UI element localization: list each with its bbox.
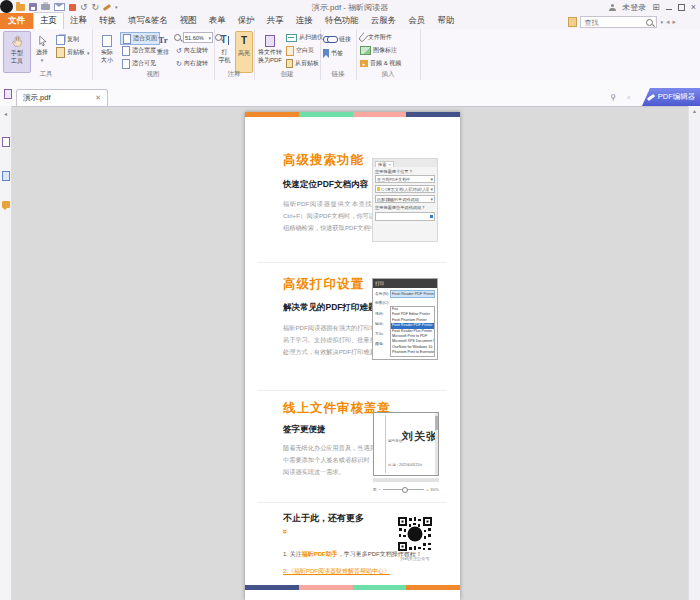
reflow-icon: Tr	[158, 33, 167, 48]
document-tab-title: 演示.pdf	[23, 93, 51, 103]
hand-tool-button[interactable]: 手型 工具	[3, 31, 31, 73]
stamp-icon[interactable]	[69, 4, 76, 11]
printer-row: Microsoft XPS Document Writer	[391, 339, 434, 344]
read-mode-icon[interactable]: ▫	[627, 93, 630, 102]
help-center-link[interactable]: 2.《福昕PDF阅读器疑难解答帮助中心》	[283, 568, 390, 574]
tab-share[interactable]: 共享	[261, 13, 290, 29]
image-annotation-button[interactable]: 图像标注	[360, 45, 397, 56]
slider-knob	[402, 487, 408, 493]
app-logo-icon[interactable]	[0, 0, 13, 13]
ribbon-group-insert: 文件附件 图像标注 ▸ 音频 & 视频 插入	[356, 29, 421, 80]
tab-help[interactable]: 帮助	[431, 13, 460, 29]
hand-mode-icon[interactable]: ⚲	[610, 93, 616, 102]
file-attachment-button[interactable]: 文件附件	[360, 32, 392, 43]
panel-close-icon: ×	[388, 162, 390, 167]
quick-access-dropdown-icon[interactable]: ▾	[115, 4, 118, 10]
typewriter-button[interactable]: T 打 字机	[216, 31, 233, 71]
start-page-icon[interactable]	[4, 85, 12, 103]
tab-home[interactable]: 主页	[33, 12, 64, 29]
tab-connect[interactable]: 连接	[290, 13, 319, 29]
ribbon-group-link: 链接 书签 链接	[320, 29, 357, 80]
panel-search-input	[375, 212, 435, 221]
convert-to-pdf-button[interactable]: 将文件转 换为PDF	[256, 31, 284, 71]
pdf-editor-button[interactable]: PDF编辑器	[642, 88, 700, 106]
fit-visible-button[interactable]: 适合可见	[120, 58, 158, 69]
audio-video-button[interactable]: ▸ 音频 & 视频	[360, 58, 401, 69]
vertical-scrollbar[interactable]: ▴	[688, 106, 700, 600]
tab-convert[interactable]: 转换	[93, 13, 122, 29]
pages-panel-icon[interactable]	[2, 167, 10, 185]
collapse-panel-icon[interactable]: ◂	[4, 110, 7, 117]
ribbon-group-tools: 手型 工具 选择 ▾ 复制 剪贴板 ▾ 工具	[0, 29, 93, 80]
qr-caption: 扫码关注公众号	[393, 556, 437, 561]
highlight-button[interactable]: T 高亮	[235, 31, 253, 73]
link-button[interactable]: 链接	[323, 34, 351, 45]
layout-grid-icon[interactable]: ⊞	[652, 3, 660, 12]
redo-icon[interactable]: ↻	[92, 3, 100, 12]
account-status[interactable]: 未登录	[622, 2, 646, 13]
select-dropdown-icon: ▾	[41, 57, 44, 63]
section1-heading: 高级搜索功能	[283, 152, 364, 169]
open-folder-icon[interactable]	[16, 4, 25, 11]
comments-panel-icon[interactable]	[2, 201, 10, 208]
document-tab[interactable]: 演示.pdf ✕	[16, 89, 108, 106]
restore-button[interactable]	[678, 4, 685, 11]
user-icon[interactable]	[609, 4, 616, 11]
panel-question1: 您要搜索哪个位置？	[375, 169, 435, 174]
copy-button[interactable]: 复制	[56, 34, 79, 45]
audio-video-icon: ▸	[360, 60, 368, 67]
close-button[interactable]: ×	[691, 2, 696, 12]
zoom-out-icon[interactable]	[174, 34, 181, 41]
search-icon[interactable]	[646, 19, 653, 26]
tab-member[interactable]: 会员	[402, 13, 431, 29]
group-label-link: 链接	[320, 70, 356, 79]
clipboard-dropdown-icon: ▾	[87, 50, 90, 56]
tab-fill-sign[interactable]: 填写&签名	[122, 13, 174, 29]
blank-page-icon	[286, 46, 294, 56]
fit-width-button[interactable]: 适合宽度	[120, 45, 158, 56]
pen-tool-icon[interactable]	[103, 3, 111, 10]
tab-comment[interactable]: 注释	[64, 13, 93, 29]
bookmarks-panel-icon[interactable]	[2, 133, 10, 151]
scroll-up-icon[interactable]: ▴	[689, 106, 700, 116]
tab-close-icon[interactable]: ✕	[95, 94, 101, 102]
actual-size-icon	[102, 33, 112, 48]
rotate-right-button[interactable]: ↻ 向右旋转	[176, 58, 208, 69]
tab-cloud[interactable]: 云服务	[365, 13, 403, 29]
tab-view[interactable]: 视图	[174, 13, 203, 29]
bookmark-button[interactable]: 书签	[323, 48, 343, 59]
editor-pen-icon	[647, 93, 655, 100]
ribbon-group-comment: T 打 字机 T 高亮 注释	[214, 29, 255, 80]
actual-size-button[interactable]: 实际 大小	[96, 31, 118, 71]
clipboard-button[interactable]: 剪贴板 ▾	[56, 47, 90, 58]
panel-question2: 您要搜索哪些单词或词组？	[375, 205, 435, 210]
search-doc-icon[interactable]	[568, 17, 577, 27]
select-tool-button[interactable]: 选择 ▾	[31, 31, 53, 71]
assistant-highlight: 福昕PDF助手	[302, 551, 338, 557]
print-icon[interactable]	[41, 4, 50, 10]
tab-protect[interactable]: 保护	[232, 13, 261, 29]
find-prev-icon[interactable]: ◂	[666, 18, 670, 26]
image-annotation-icon	[360, 46, 371, 55]
find-next-icon[interactable]: ▸	[672, 18, 676, 26]
rotate-left-button[interactable]: ↺ 向左旋转	[176, 45, 208, 56]
minimize-button[interactable]	[666, 9, 672, 10]
from-clipboard-button[interactable]: 从剪贴板	[286, 58, 319, 69]
cursor-icon	[37, 33, 48, 48]
blank-page-button[interactable]: 空白页	[286, 45, 314, 56]
find-options-icon[interactable]: ▾	[660, 19, 663, 25]
tab-features[interactable]: 特色功能	[319, 13, 365, 29]
reflow-button[interactable]: Tr 重排	[154, 31, 172, 71]
shot-hscrollbar	[373, 478, 439, 482]
tab-file[interactable]: 文件	[0, 13, 33, 29]
zoom-level-combo[interactable]: 51.60% ▾	[183, 32, 213, 43]
mail-icon[interactable]	[54, 3, 65, 11]
print-dialog-title: 打印	[373, 279, 437, 288]
from-scanner-button[interactable]: 从扫描仪	[286, 32, 323, 43]
ribbon-tab-bar: 文件 主页 注释 转换 填写&签名 视图 表单 保护 共享 连接 特色功能 云服…	[0, 14, 700, 29]
undo-icon[interactable]: ↺	[80, 3, 88, 12]
signature-date: 日 期：2021年4月22日	[388, 463, 423, 467]
save-icon[interactable]	[29, 3, 37, 11]
section-divider	[257, 502, 447, 503]
tab-form[interactable]: 表单	[203, 13, 232, 29]
